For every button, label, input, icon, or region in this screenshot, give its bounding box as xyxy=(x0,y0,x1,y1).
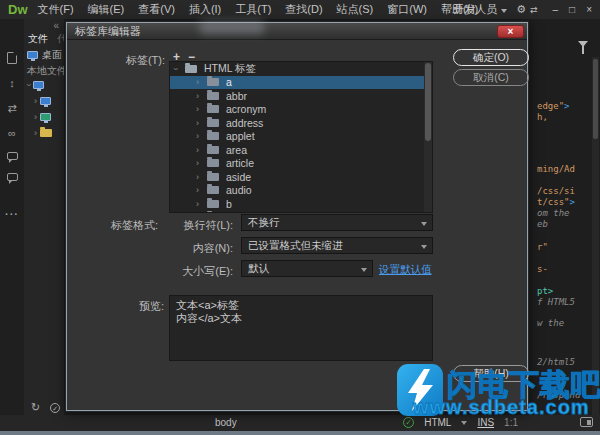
collapse-panel-icon[interactable]: « xyxy=(53,20,59,31)
tree-item-selected[interactable]: ›a xyxy=(170,76,432,90)
code-line: ming/Ad xyxy=(537,164,575,174)
folder-icon xyxy=(207,78,219,86)
menu-file[interactable]: 文件(F) xyxy=(38,2,74,17)
menu-edit[interactable]: 编辑(E) xyxy=(88,2,125,17)
line-breaks-select[interactable]: 不换行 xyxy=(241,214,433,231)
network-icon xyxy=(40,113,51,121)
tree-scrollbar[interactable] xyxy=(424,62,432,212)
tree-row[interactable]: › xyxy=(34,128,52,138)
chevron-down-icon xyxy=(501,9,507,13)
more-icon[interactable]: ··· xyxy=(5,208,19,220)
chevron-collapsed-icon: › xyxy=(196,158,199,168)
chevron-down-icon xyxy=(421,245,427,249)
folder-icon xyxy=(207,173,219,181)
tree-item[interactable]: ›applet xyxy=(170,130,432,144)
desktop-row[interactable]: 桌面 xyxy=(27,48,62,62)
code-line: om the xyxy=(537,208,570,218)
server-status-icon[interactable]: ✓ xyxy=(50,403,60,413)
tree-root-label: HTML 标签 xyxy=(204,62,256,76)
ok-button[interactable]: 确定(O) xyxy=(453,49,529,66)
tag-selector-body[interactable]: body xyxy=(215,417,237,428)
scrollbar-thumb[interactable] xyxy=(425,63,431,141)
dialog-close-button[interactable]: × xyxy=(497,25,524,38)
desktop-icon xyxy=(27,51,38,59)
code-line: pt> xyxy=(537,286,553,296)
dreamweaver-logo[interactable]: Dw xyxy=(8,2,28,17)
tree-item[interactable]: ›article xyxy=(170,157,432,171)
computer-icon xyxy=(40,97,51,105)
tab-snippets[interactable]: 代 xyxy=(57,32,64,46)
code-line: r" xyxy=(537,242,548,252)
workspace-label: 开发人员 xyxy=(453,3,497,15)
dialog-title[interactable]: 标签库编辑器 xyxy=(67,23,527,40)
tags-label: 标签(T): xyxy=(81,53,165,68)
comment-icon[interactable] xyxy=(7,152,18,160)
tree-item[interactable]: ›abbr xyxy=(170,89,432,103)
chevron-collapsed-icon: › xyxy=(196,131,199,141)
contents-select[interactable]: 已设置格式但未缩进 xyxy=(241,237,433,254)
link-icon[interactable]: ∞ xyxy=(8,127,16,139)
code-line: h, xyxy=(537,112,548,122)
set-default-link[interactable]: 设置默认值 xyxy=(379,263,432,277)
minimize-button[interactable]: – xyxy=(553,4,559,15)
tab-files[interactable]: 文件 xyxy=(28,32,48,46)
menu-tools[interactable]: 工具(T) xyxy=(235,2,271,17)
menu-view[interactable]: 查看(V) xyxy=(138,2,175,17)
code-line: s- xyxy=(537,264,548,274)
refresh-icon[interactable]: ↻ xyxy=(31,401,40,414)
menu-window[interactable]: 窗口(W) xyxy=(387,2,427,17)
chevron-collapsed-icon: › xyxy=(34,112,37,122)
code-line: edge"> xyxy=(537,101,570,111)
computer-icon xyxy=(33,81,44,89)
watermark-url: www.sdbeta.com xyxy=(413,396,590,419)
tree-root-row[interactable]: › HTML 标签 xyxy=(170,62,432,76)
chevron-collapsed-icon: › xyxy=(196,199,199,209)
local-files-header[interactable]: 本地文件 xyxy=(27,64,64,78)
computer-tree-row[interactable]: › xyxy=(27,80,48,90)
tree-item[interactable]: ›aside xyxy=(170,170,432,184)
chevron-collapsed-icon: › xyxy=(196,91,199,101)
tree-item[interactable]: ›audio xyxy=(170,184,432,198)
chevron-down-icon[interactable] xyxy=(461,421,467,425)
tree-row[interactable]: › xyxy=(34,96,55,106)
scrollbar-thumb[interactable] xyxy=(593,59,598,139)
chat-icon[interactable] xyxy=(7,173,18,181)
close-window-button[interactable]: × xyxy=(586,4,592,15)
code-line: w the xyxy=(537,318,564,328)
tree-item[interactable]: ›address xyxy=(170,116,432,130)
files-panel: « 文件 代 桌面 本地文件 › › › › ↻ ✓ xyxy=(24,19,64,415)
open-folder-icon xyxy=(185,65,197,73)
code-view-panel[interactable]: edge"> h, ming/Ad /css/si t/css"> om the… xyxy=(534,19,600,415)
code-line: t/css"> xyxy=(537,197,575,207)
case-select[interactable]: 默认 xyxy=(241,260,373,277)
menu-site[interactable]: 站点(S) xyxy=(337,2,374,17)
code-scrollbar[interactable] xyxy=(592,57,599,415)
menu-find[interactable]: 查找(D) xyxy=(285,2,322,17)
code-line: f HTML5 xyxy=(537,297,575,307)
window-bottom-edge xyxy=(0,431,600,435)
chevron-collapsed-icon: › xyxy=(196,77,199,87)
tree-item[interactable]: ›area xyxy=(170,143,432,157)
maximize-button[interactable]: □ xyxy=(569,4,575,15)
tag-tree[interactable]: › HTML 标签 ›a ›abbr ›acronym ›address ›ap… xyxy=(169,61,433,213)
tree-row[interactable]: › xyxy=(34,112,55,122)
sort-icon[interactable]: ↕ xyxy=(9,77,15,89)
workspace-switcher[interactable]: 开发人员 xyxy=(453,2,507,17)
dreamweaver-window: Dw 文件(F) 编辑(E) 查看(V) 插入(I) 工具(T) 查找(D) 站… xyxy=(0,0,600,435)
case-label: 大小写(E): xyxy=(127,264,233,279)
menu-insert[interactable]: 插入(I) xyxy=(189,2,221,17)
tree-item[interactable]: ›acronym xyxy=(170,103,432,117)
filter-icon[interactable] xyxy=(578,41,588,47)
sync-arrows-icon: ⇄ xyxy=(530,5,538,15)
chevron-down-icon xyxy=(421,222,427,226)
file-icon[interactable] xyxy=(7,52,17,64)
tree-item[interactable]: ›b xyxy=(170,197,432,211)
chevron-collapsed-icon: › xyxy=(196,212,199,213)
cancel-button[interactable]: 取消(C) xyxy=(453,69,529,86)
swap-arrows-icon[interactable]: ⇄ xyxy=(7,102,16,114)
sync-settings-icon[interactable]: ⚙ xyxy=(516,3,526,16)
desktop-label: 桌面 xyxy=(42,48,62,62)
preview-label: 预览: xyxy=(107,299,164,314)
chevron-collapsed-icon: › xyxy=(34,96,37,106)
tree-item-partial[interactable]: › xyxy=(170,211,432,214)
